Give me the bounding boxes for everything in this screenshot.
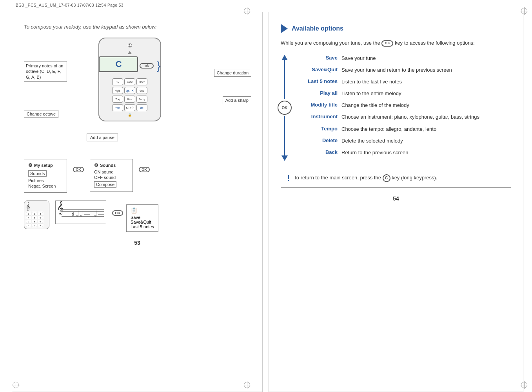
intro-text: While you are composing your tune, use t…: [281, 40, 380, 46]
key-hash: #♦: [136, 104, 147, 111]
section-title: Available options: [281, 24, 511, 33]
meta-header: BG3 _PCS_AUS_UM_17-07-03 17/07/03 12:54 …: [16, 3, 123, 7]
option-label-savequit: Save&Quit: [294, 67, 338, 72]
option-label-back: Back: [294, 149, 338, 155]
save-item: Save: [131, 215, 154, 220]
key-5: 5jkl ✕: [124, 87, 135, 94]
option-label-playall: Play all: [294, 90, 338, 96]
option-desc-delete: Delete the selected melody: [341, 137, 511, 145]
key-1: 1▪: [112, 78, 123, 85]
ok-button-phone: ok: [140, 63, 154, 69]
option-row-savequit: Save&Quit Save your tune and return to t…: [294, 67, 511, 74]
page-wrapper: BG3 _PCS_AUS_UM_17-07-03 17/07/03 12:54 …: [0, 0, 532, 392]
staff-notation: 𝄞 ♯ 𝅗𝅥 𝅗𝅥 — 𝅗𝅥 —: [55, 201, 106, 224]
keypad-row-1: 1▪ 2abc 3def: [112, 78, 147, 85]
phone-diagram: ① C ok }: [98, 38, 161, 121]
menu1-negat: Negat. Screen: [28, 184, 63, 188]
key-0: O.+☆: [124, 104, 135, 111]
option-desc-save: Save your tune: [341, 55, 511, 62]
ok-badge-1: OK: [73, 167, 84, 172]
ok-inline-key: OK: [381, 40, 393, 47]
options-section: OK Save Save your tune Save&Quit Save yo…: [281, 55, 511, 161]
option-row-modify: Modify title Change the title of the mel…: [294, 102, 511, 109]
menu-section: ⚙ My setup Sounds Pictures Negat. Screen…: [24, 159, 251, 193]
keypad-row-4: *@ O.+☆ #♦: [112, 104, 147, 111]
option-desc-tempo: Choose the tempo: allegro, andante, lent…: [341, 126, 511, 133]
option-label-delete: Delete: [294, 137, 338, 143]
ok-circle: OK: [278, 101, 292, 115]
arrow-up: [281, 55, 288, 60]
key-7: 7pq: [112, 96, 123, 103]
intro-text2: key to access the following options:: [395, 40, 475, 46]
brace: }: [157, 60, 160, 72]
small-phone-1: 𝄞 123 456 789 *0#: [24, 201, 49, 229]
option-desc-back: Return to the previous screen: [341, 149, 511, 156]
left-intro-text: To compose your melody, use the keypad a…: [24, 24, 251, 30]
triangle-icon: [281, 24, 288, 33]
section-title-text: Available options: [292, 25, 343, 32]
c-key: C: [115, 59, 122, 69]
save-quit-item: Save&Quit: [131, 220, 154, 224]
primary-notes-label: Primary notes of an octave (C, D, E, F, …: [24, 61, 67, 82]
left-page: To compose your melody, use the keypad a…: [12, 12, 263, 392]
add-sharp-label: Add a sharp: [223, 96, 251, 104]
option-label-last5: Last 5 notes: [294, 78, 338, 84]
option-label-instrument: Instrument: [294, 114, 338, 119]
note-exclamation-icon: !: [287, 174, 290, 182]
option-row-instrument: Instrument Choose an instrument: piano, …: [294, 114, 511, 121]
menu2-title: Sounds: [100, 163, 116, 168]
option-desc-savequit: Save your tune and return to the previou…: [341, 67, 511, 74]
key-4: 4ghi: [112, 87, 123, 94]
option-desc-playall: Listen to the entire melody: [341, 90, 511, 97]
menu2-off: OFF sound: [94, 175, 129, 180]
arrow-down: [281, 155, 288, 161]
right-page: Available options While you are composin…: [269, 12, 523, 392]
menu1-title: My setup: [34, 163, 53, 168]
save-menu: 📋 Save Save&Quit Last 5 notes: [126, 204, 158, 232]
vertical-line-bottom: [284, 116, 285, 155]
keypad-row-3: 7pq 8tuv 9wxy: [112, 96, 147, 103]
note-box: ! To return to the main screen, press th…: [281, 169, 511, 188]
menu1-sounds: Sounds: [28, 170, 47, 177]
ok-badge-2: OK: [139, 167, 150, 172]
menu1-pictures: Pictures: [28, 178, 63, 183]
option-label-modify: Modify title: [294, 102, 338, 108]
change-octave-label: Change octave: [24, 110, 58, 118]
gear-icon: ⚙: [28, 163, 33, 168]
right-page-number: 54: [281, 195, 511, 202]
key-star: *@: [112, 104, 123, 111]
option-row-tempo: Tempo Choose the tempo: allegro, andante…: [294, 126, 511, 133]
sounds-menu: ⚙ Sounds ON sound OFF sound Compose: [90, 159, 133, 192]
option-row-playall: Play all Listen to the entire melody: [294, 90, 511, 97]
phone-diagram-section: Primary notes of an octave (C, D, E, F, …: [24, 38, 251, 151]
key-8: 8tuv: [124, 96, 135, 103]
vertical-line-top: [284, 60, 285, 99]
intro-paragraph: While you are composing your tune, use t…: [281, 39, 511, 47]
key-2: 2abc: [124, 78, 135, 85]
option-row-delete: Delete Delete the selected melody: [294, 137, 511, 145]
options-table: Save Save your tune Save&Quit Save your …: [294, 55, 511, 161]
key-3: 3def: [136, 78, 147, 85]
option-row-save: Save Save your tune: [294, 55, 511, 62]
change-duration-label: Change duration: [214, 69, 251, 77]
option-desc-instrument: Choose an instrument: piano, xylophone, …: [341, 114, 511, 121]
key-6: 6no: [136, 87, 147, 94]
note-text: To return to the main screen, press the …: [294, 174, 437, 182]
option-desc-modify: Change the title of the melody: [341, 102, 511, 109]
option-label-tempo: Tempo: [294, 126, 338, 132]
option-label-save: Save: [294, 55, 338, 61]
last5-item: Last 5 notes: [131, 224, 154, 229]
save-menu-icon: 📋: [131, 207, 137, 213]
c-key-inline: C: [383, 174, 390, 182]
option-row-back: Back Return to the previous screen: [294, 149, 511, 156]
option-desc-last5: Listen to the last five notes: [341, 78, 511, 85]
key-9: 9wxy: [136, 96, 147, 103]
save-section: OK 📋 Save Save&Quit Last 5 notes: [112, 204, 158, 232]
left-page-number: 53: [24, 240, 251, 246]
keypad-row-2: 4ghi 5jkl ✕ 6no: [112, 87, 147, 94]
gear-icon-2: ⚙: [94, 163, 98, 168]
phone-screen: C: [99, 56, 138, 72]
add-pause-label: Add a pause: [87, 134, 118, 141]
menu2-on: ON sound: [94, 170, 129, 174]
arrow-column: OK: [281, 55, 289, 161]
